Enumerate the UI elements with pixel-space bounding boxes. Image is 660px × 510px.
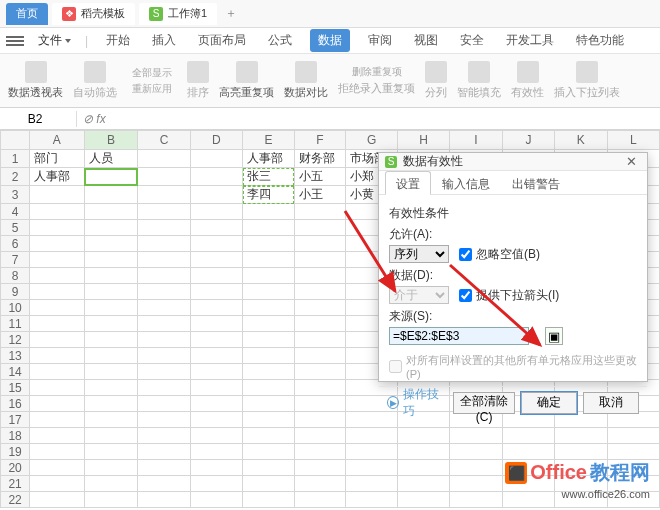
ribbon-split[interactable]: 分列 xyxy=(425,61,447,100)
col-E[interactable]: E xyxy=(243,131,295,150)
tab-workbook[interactable]: S 工作簿1 xyxy=(139,3,217,25)
cell-D1[interactable] xyxy=(190,150,242,168)
row-13[interactable]: 13 xyxy=(1,348,30,364)
col-L[interactable]: L xyxy=(607,131,660,150)
row-10[interactable]: 10 xyxy=(1,300,30,316)
row-1[interactable]: 1 xyxy=(1,150,30,168)
cell-E2[interactable]: 张三 xyxy=(243,168,295,186)
col-D[interactable]: D xyxy=(190,131,242,150)
formula-input[interactable] xyxy=(112,110,660,128)
formula-bar: ⊘ fx xyxy=(0,108,660,130)
menu-special[interactable]: 特色功能 xyxy=(572,30,628,51)
row-16[interactable]: 16 xyxy=(1,396,30,412)
col-C[interactable]: C xyxy=(138,131,190,150)
cell-F3[interactable]: 小王 xyxy=(294,186,346,204)
ribbon-fill[interactable]: 智能填充 xyxy=(457,61,501,100)
row-20[interactable]: 20 xyxy=(1,460,30,476)
row-22[interactable]: 22 xyxy=(1,492,30,508)
ribbon-compare-label: 数据对比 xyxy=(284,85,328,100)
cell-E1[interactable]: 人事部 xyxy=(243,150,295,168)
close-icon[interactable]: ✕ xyxy=(622,154,641,169)
row-8[interactable]: 8 xyxy=(1,268,30,284)
tab-home[interactable]: 首页 xyxy=(6,3,48,25)
hamburger-icon[interactable] xyxy=(6,34,24,48)
ribbon-highlight[interactable]: 高亮重复项 xyxy=(219,61,274,100)
name-box[interactable] xyxy=(0,112,70,126)
dialog-titlebar[interactable]: S 数据有效性 ✕ xyxy=(379,153,647,171)
row-7[interactable]: 7 xyxy=(1,252,30,268)
select-all-corner[interactable] xyxy=(1,131,30,150)
tips-link[interactable]: ▶ 操作技巧 xyxy=(387,386,447,420)
col-G[interactable]: G xyxy=(346,131,398,150)
row-11[interactable]: 11 xyxy=(1,316,30,332)
col-I[interactable]: I xyxy=(450,131,502,150)
menu-layout[interactable]: 页面布局 xyxy=(194,30,250,51)
tab-input-message[interactable]: 输入信息 xyxy=(431,171,501,194)
ok-button[interactable]: 确定 xyxy=(521,392,577,414)
tab-settings[interactable]: 设置 xyxy=(385,171,431,195)
dialog-icon: S xyxy=(385,156,397,168)
cell-A3[interactable] xyxy=(30,186,84,204)
col-H[interactable]: H xyxy=(397,131,449,150)
ribbon-reject[interactable]: 删除重复项拒绝录入重复项 xyxy=(338,65,415,96)
col-A[interactable]: A xyxy=(30,131,84,150)
col-B[interactable]: B xyxy=(84,131,138,150)
cancel-button[interactable]: 取消 xyxy=(583,392,639,414)
ribbon-fill-label: 智能填充 xyxy=(457,85,501,100)
fx-icon[interactable]: ⊘ fx xyxy=(83,112,106,126)
row-19[interactable]: 19 xyxy=(1,444,30,460)
cell-C1[interactable] xyxy=(138,150,190,168)
cell-F2[interactable]: 小五 xyxy=(294,168,346,186)
cell-E3[interactable]: 李四 xyxy=(243,186,295,204)
col-K[interactable]: K xyxy=(555,131,607,150)
menu-data[interactable]: 数据 xyxy=(310,29,350,52)
ribbon-autofilter[interactable]: 自动筛选 xyxy=(73,61,117,100)
ribbon-pivot[interactable]: 数据透视表 xyxy=(8,61,63,100)
menu-dev[interactable]: 开发工具 xyxy=(502,30,558,51)
cell-A1[interactable]: 部门 xyxy=(30,150,84,168)
menu-file[interactable]: 文件 xyxy=(38,32,71,49)
cell-F1[interactable]: 财务部 xyxy=(294,150,346,168)
row-12[interactable]: 12 xyxy=(1,332,30,348)
row-3[interactable]: 3 xyxy=(1,186,30,204)
row-14[interactable]: 14 xyxy=(1,364,30,380)
cell-D3[interactable] xyxy=(190,186,242,204)
row-2[interactable]: 2 xyxy=(1,168,30,186)
ribbon-reject-label: 拒绝录入重复项 xyxy=(338,81,415,96)
menu-view[interactable]: 视图 xyxy=(410,30,442,51)
cell-B1[interactable]: 人员 xyxy=(84,150,138,168)
col-J[interactable]: J xyxy=(502,131,554,150)
annotation-arrow-icon xyxy=(340,206,420,306)
row-18[interactable]: 18 xyxy=(1,428,30,444)
cell-C3[interactable] xyxy=(138,186,190,204)
menu-review[interactable]: 审阅 xyxy=(364,30,396,51)
ribbon-showall[interactable]: 全部显示 xyxy=(132,66,172,80)
tab-error-alert[interactable]: 出错警告 xyxy=(501,171,571,194)
cell-C2[interactable] xyxy=(138,168,190,186)
menu-formula[interactable]: 公式 xyxy=(264,30,296,51)
row-4[interactable]: 4 xyxy=(1,204,30,220)
tab-template[interactable]: ❖ 稻壳模板 xyxy=(52,3,135,25)
tab-new-button[interactable]: ＋ xyxy=(221,4,241,24)
ribbon-sort-label: 排序 xyxy=(187,85,209,100)
ribbon-sort[interactable]: 排序 xyxy=(187,61,209,100)
ribbon-insertlist[interactable]: 插入下拉列表 xyxy=(554,61,620,100)
cell-B3[interactable] xyxy=(84,186,138,204)
cell-A2[interactable]: 人事部 xyxy=(30,168,84,186)
row-15[interactable]: 15 xyxy=(1,380,30,396)
menu-insert[interactable]: 插入 xyxy=(148,30,180,51)
ribbon-compare[interactable]: 数据对比 xyxy=(284,61,328,100)
cell-B2[interactable] xyxy=(84,168,138,186)
ribbon-reapply[interactable]: 重新应用 xyxy=(132,82,172,96)
row-17[interactable]: 17 xyxy=(1,412,30,428)
row-5[interactable]: 5 xyxy=(1,220,30,236)
col-F[interactable]: F xyxy=(294,131,346,150)
ribbon-validity[interactable]: 有效性 xyxy=(511,61,544,100)
cell-D2[interactable] xyxy=(190,168,242,186)
menu-security[interactable]: 安全 xyxy=(456,30,488,51)
row-21[interactable]: 21 xyxy=(1,476,30,492)
menu-start[interactable]: 开始 xyxy=(102,30,134,51)
row-6[interactable]: 6 xyxy=(1,236,30,252)
row-9[interactable]: 9 xyxy=(1,284,30,300)
clear-all-button[interactable]: 全部清除(C) xyxy=(453,392,515,414)
